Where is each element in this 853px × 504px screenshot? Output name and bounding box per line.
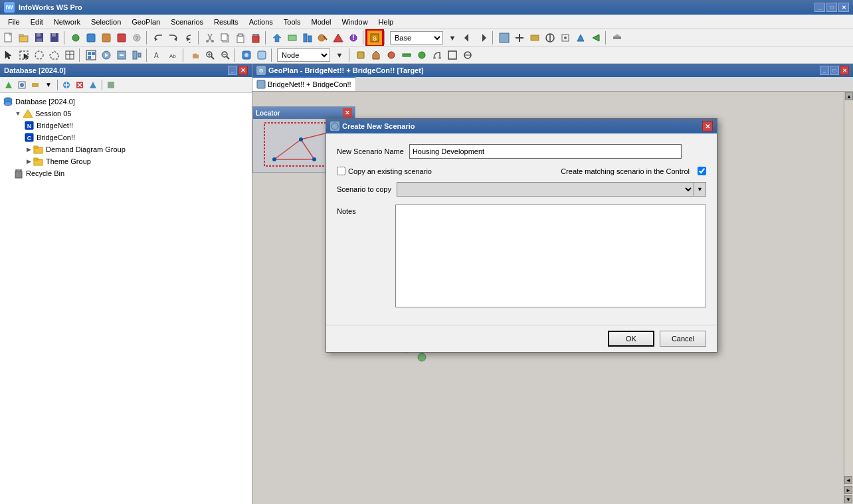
notes-textarea[interactable] <box>395 205 706 307</box>
theme-toggle[interactable]: ▶ <box>24 157 33 166</box>
node-select[interactable]: Node <box>277 48 330 62</box>
demand-toggle[interactable]: ▶ <box>24 145 33 154</box>
base-dropdown[interactable]: ▼ <box>445 31 460 45</box>
toolbar-more13[interactable] <box>610 31 624 45</box>
geoplan-close[interactable]: ✕ <box>840 66 849 75</box>
toolbar2-select3[interactable] <box>47 48 62 62</box>
toolbar-btn6[interactable] <box>84 31 98 45</box>
toolbar2-selectmore3[interactable] <box>114 48 129 62</box>
toolbar2-abc[interactable]: A <box>151 48 165 62</box>
toolbar-btn7[interactable] <box>99 31 114 45</box>
tree-demand[interactable]: ▶ Demand Diagram Group <box>3 143 249 155</box>
panel-minimize[interactable]: _ <box>228 66 237 75</box>
toolbar2-table[interactable] <box>62 48 77 62</box>
toolbar-more9[interactable] <box>543 31 557 45</box>
toolbar2-magnify-minus[interactable] <box>218 48 233 62</box>
toolbar2-more8[interactable] <box>460 48 475 62</box>
toolbar-copy[interactable] <box>218 31 233 45</box>
session-toggle[interactable]: ▼ <box>13 109 23 118</box>
copy-existing-checkbox[interactable] <box>337 167 345 175</box>
toolbar-btn8[interactable] <box>114 31 129 45</box>
geoplan-maximize[interactable]: □ <box>830 66 839 75</box>
scroll-right[interactable]: ► <box>844 486 852 494</box>
toolbar-save[interactable] <box>32 31 47 45</box>
toolbar2-selectmore4[interactable] <box>130 48 144 62</box>
toolbar-more1[interactable] <box>285 31 300 45</box>
toolbar-nav2[interactable] <box>476 31 490 45</box>
close-button[interactable]: ✕ <box>838 3 849 12</box>
toolbar-more8[interactable] <box>527 31 542 45</box>
menu-model[interactable]: Model <box>306 17 337 27</box>
panel-btn3[interactable] <box>29 79 41 91</box>
panel-btn1[interactable] <box>3 79 15 91</box>
tree-database[interactable]: Database [2024.0] <box>3 96 249 108</box>
toolbar2-hand[interactable] <box>187 48 202 62</box>
panel-btn7[interactable] <box>87 79 99 91</box>
toolbar-delete[interactable] <box>248 31 263 45</box>
toolbar-more2[interactable] <box>300 31 315 45</box>
scenario-name-input[interactable] <box>409 144 682 159</box>
toolbar-nav1[interactable] <box>460 31 475 45</box>
scroll-down[interactable]: ▼ <box>844 495 852 503</box>
base-select[interactable]: Base <box>390 31 443 44</box>
dialog-close-btn[interactable]: ✕ <box>702 121 713 131</box>
tree-session[interactable]: ▼ Session 05 <box>3 108 249 120</box>
toolbar2-selectmore2[interactable] <box>99 48 114 62</box>
panel-btn6[interactable] <box>74 79 86 91</box>
toolbar2-more4[interactable] <box>399 48 414 62</box>
toolbar2-more1[interactable] <box>353 48 368 62</box>
menu-tools[interactable]: Tools <box>278 17 306 27</box>
toolbar-btn5[interactable] <box>68 31 83 45</box>
maximize-button[interactable]: □ <box>826 3 837 12</box>
geoplan-minimize[interactable]: _ <box>820 66 829 75</box>
menu-help[interactable]: Help <box>373 17 399 27</box>
menu-actions[interactable]: Actions <box>244 17 278 27</box>
scenario-copy-select[interactable] <box>397 182 694 197</box>
toolbar-undo[interactable] <box>151 31 165 45</box>
menu-window[interactable]: Window <box>336 17 373 27</box>
panel-btn2[interactable] <box>16 79 28 91</box>
toolbar-more12[interactable] <box>589 31 603 45</box>
toolbar-cut[interactable] <box>203 31 217 45</box>
scenario-copy-dropdown[interactable]: ▼ <box>694 182 706 197</box>
scroll-up[interactable]: ▲ <box>845 92 853 100</box>
locator-close-btn[interactable]: ✕ <box>343 108 352 118</box>
toolbar2-label[interactable]: Ab <box>166 48 181 62</box>
ok-button[interactable]: OK <box>608 331 654 347</box>
toolbar-redo[interactable] <box>166 31 181 45</box>
cancel-button[interactable]: Cancel <box>660 331 706 347</box>
tree-bridgecon[interactable]: C BridgeCon!! <box>3 131 249 143</box>
toolbar-more3[interactable] <box>316 31 330 45</box>
toolbar2-select2[interactable] <box>32 48 47 62</box>
toolbar-btn9[interactable]: ? <box>130 31 144 45</box>
menu-scenarios[interactable]: Scenarios <box>165 17 209 27</box>
minimize-button[interactable]: _ <box>814 3 825 12</box>
toolbar-paste[interactable] <box>233 31 248 45</box>
node-dropdown[interactable]: ▼ <box>332 48 347 62</box>
toolbar-more4[interactable] <box>331 31 345 45</box>
toolbar2-render2[interactable] <box>254 48 269 62</box>
panel-btn8[interactable] <box>105 79 117 91</box>
toolbar-scenario-btn[interactable]: S <box>367 31 382 45</box>
toolbar2-more7[interactable] <box>445 48 460 62</box>
toolbar2-magnify[interactable] <box>203 48 217 62</box>
tree-bridgenet[interactable]: N BridgeNet!! <box>3 120 249 131</box>
toolbar-more5[interactable] <box>346 31 361 45</box>
toolbar2-more2[interactable] <box>369 48 383 62</box>
menu-network[interactable]: Network <box>48 17 86 27</box>
toolbar-new[interactable] <box>1 31 16 45</box>
menu-results[interactable]: Results <box>209 17 244 27</box>
toolbar2-more3[interactable] <box>384 48 399 62</box>
toolbar2-selectmore[interactable] <box>84 48 98 62</box>
panel-close[interactable]: ✕ <box>238 66 248 75</box>
toolbar-more6[interactable] <box>497 31 512 45</box>
menu-geoplan[interactable]: GeoPlan <box>126 17 165 27</box>
menu-file[interactable]: File <box>3 17 25 27</box>
toolbar2-render[interactable] <box>239 48 254 62</box>
toolbar-more11[interactable] <box>573 31 588 45</box>
toolbar-redo-drop[interactable] <box>181 31 196 45</box>
toolbar-more10[interactable] <box>558 31 573 45</box>
toolbar-import[interactable] <box>270 31 284 45</box>
toolbar2-select[interactable] <box>17 48 31 62</box>
tree-recycle[interactable]: Recycle Bin <box>3 167 249 179</box>
